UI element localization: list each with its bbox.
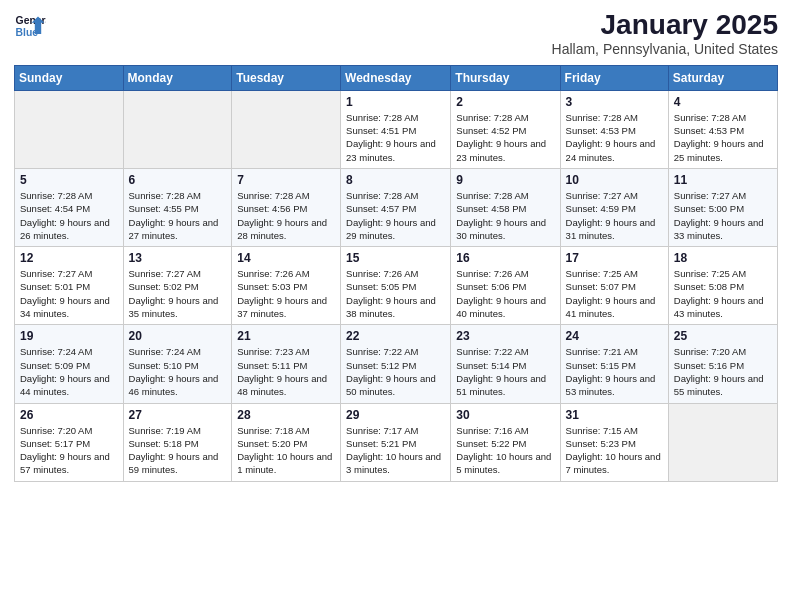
calendar-cell	[232, 90, 341, 168]
weekday-header-thursday: Thursday	[451, 65, 560, 90]
cell-info-text: Sunrise: 7:25 AM Sunset: 5:08 PM Dayligh…	[674, 267, 772, 320]
weekday-header-saturday: Saturday	[668, 65, 777, 90]
cell-day-number: 12	[20, 251, 118, 265]
calendar-cell: 17Sunrise: 7:25 AM Sunset: 5:07 PM Dayli…	[560, 247, 668, 325]
cell-day-number: 28	[237, 408, 335, 422]
weekday-header-tuesday: Tuesday	[232, 65, 341, 90]
cell-day-number: 4	[674, 95, 772, 109]
weekday-header-sunday: Sunday	[15, 65, 124, 90]
calendar-cell: 31Sunrise: 7:15 AM Sunset: 5:23 PM Dayli…	[560, 403, 668, 481]
calendar-cell: 18Sunrise: 7:25 AM Sunset: 5:08 PM Dayli…	[668, 247, 777, 325]
calendar-cell: 19Sunrise: 7:24 AM Sunset: 5:09 PM Dayli…	[15, 325, 124, 403]
cell-info-text: Sunrise: 7:26 AM Sunset: 5:06 PM Dayligh…	[456, 267, 554, 320]
weekday-header-row: SundayMondayTuesdayWednesdayThursdayFrid…	[15, 65, 778, 90]
cell-day-number: 7	[237, 173, 335, 187]
cell-day-number: 15	[346, 251, 445, 265]
cell-info-text: Sunrise: 7:23 AM Sunset: 5:11 PM Dayligh…	[237, 345, 335, 398]
cell-day-number: 19	[20, 329, 118, 343]
calendar-cell: 11Sunrise: 7:27 AM Sunset: 5:00 PM Dayli…	[668, 168, 777, 246]
calendar-cell: 12Sunrise: 7:27 AM Sunset: 5:01 PM Dayli…	[15, 247, 124, 325]
calendar-cell	[123, 90, 232, 168]
calendar-cell: 2Sunrise: 7:28 AM Sunset: 4:52 PM Daylig…	[451, 90, 560, 168]
cell-info-text: Sunrise: 7:20 AM Sunset: 5:17 PM Dayligh…	[20, 424, 118, 477]
logo: General Blue	[14, 10, 46, 42]
calendar-cell: 29Sunrise: 7:17 AM Sunset: 5:21 PM Dayli…	[341, 403, 451, 481]
cell-day-number: 11	[674, 173, 772, 187]
calendar-cell: 15Sunrise: 7:26 AM Sunset: 5:05 PM Dayli…	[341, 247, 451, 325]
cell-day-number: 18	[674, 251, 772, 265]
calendar-cell: 27Sunrise: 7:19 AM Sunset: 5:18 PM Dayli…	[123, 403, 232, 481]
calendar-week-2: 5Sunrise: 7:28 AM Sunset: 4:54 PM Daylig…	[15, 168, 778, 246]
cell-day-number: 1	[346, 95, 445, 109]
cell-info-text: Sunrise: 7:18 AM Sunset: 5:20 PM Dayligh…	[237, 424, 335, 477]
calendar-table: SundayMondayTuesdayWednesdayThursdayFrid…	[14, 65, 778, 482]
cell-info-text: Sunrise: 7:19 AM Sunset: 5:18 PM Dayligh…	[129, 424, 227, 477]
cell-day-number: 22	[346, 329, 445, 343]
cell-info-text: Sunrise: 7:28 AM Sunset: 4:57 PM Dayligh…	[346, 189, 445, 242]
cell-info-text: Sunrise: 7:27 AM Sunset: 5:02 PM Dayligh…	[129, 267, 227, 320]
cell-day-number: 2	[456, 95, 554, 109]
weekday-header-wednesday: Wednesday	[341, 65, 451, 90]
cell-info-text: Sunrise: 7:28 AM Sunset: 4:53 PM Dayligh…	[566, 111, 663, 164]
cell-info-text: Sunrise: 7:25 AM Sunset: 5:07 PM Dayligh…	[566, 267, 663, 320]
cell-info-text: Sunrise: 7:21 AM Sunset: 5:15 PM Dayligh…	[566, 345, 663, 398]
calendar-cell: 26Sunrise: 7:20 AM Sunset: 5:17 PM Dayli…	[15, 403, 124, 481]
cell-day-number: 6	[129, 173, 227, 187]
title-block: January 2025 Hallam, Pennsylvania, Unite…	[552, 10, 778, 57]
calendar-cell: 23Sunrise: 7:22 AM Sunset: 5:14 PM Dayli…	[451, 325, 560, 403]
calendar-week-3: 12Sunrise: 7:27 AM Sunset: 5:01 PM Dayli…	[15, 247, 778, 325]
calendar-cell: 21Sunrise: 7:23 AM Sunset: 5:11 PM Dayli…	[232, 325, 341, 403]
calendar-week-1: 1Sunrise: 7:28 AM Sunset: 4:51 PM Daylig…	[15, 90, 778, 168]
weekday-header-monday: Monday	[123, 65, 232, 90]
cell-info-text: Sunrise: 7:27 AM Sunset: 4:59 PM Dayligh…	[566, 189, 663, 242]
cell-info-text: Sunrise: 7:16 AM Sunset: 5:22 PM Dayligh…	[456, 424, 554, 477]
cell-day-number: 17	[566, 251, 663, 265]
cell-info-text: Sunrise: 7:20 AM Sunset: 5:16 PM Dayligh…	[674, 345, 772, 398]
calendar-cell: 24Sunrise: 7:21 AM Sunset: 5:15 PM Dayli…	[560, 325, 668, 403]
header: General Blue January 2025 Hallam, Pennsy…	[14, 10, 778, 57]
calendar-title: January 2025	[552, 10, 778, 41]
cell-info-text: Sunrise: 7:28 AM Sunset: 4:53 PM Dayligh…	[674, 111, 772, 164]
cell-day-number: 24	[566, 329, 663, 343]
cell-info-text: Sunrise: 7:27 AM Sunset: 5:00 PM Dayligh…	[674, 189, 772, 242]
calendar-body: 1Sunrise: 7:28 AM Sunset: 4:51 PM Daylig…	[15, 90, 778, 481]
cell-day-number: 3	[566, 95, 663, 109]
calendar-week-4: 19Sunrise: 7:24 AM Sunset: 5:09 PM Dayli…	[15, 325, 778, 403]
cell-info-text: Sunrise: 7:24 AM Sunset: 5:10 PM Dayligh…	[129, 345, 227, 398]
calendar-subtitle: Hallam, Pennsylvania, United States	[552, 41, 778, 57]
cell-info-text: Sunrise: 7:28 AM Sunset: 4:54 PM Dayligh…	[20, 189, 118, 242]
cell-info-text: Sunrise: 7:28 AM Sunset: 4:52 PM Dayligh…	[456, 111, 554, 164]
calendar-cell: 10Sunrise: 7:27 AM Sunset: 4:59 PM Dayli…	[560, 168, 668, 246]
cell-day-number: 14	[237, 251, 335, 265]
cell-day-number: 25	[674, 329, 772, 343]
calendar-week-5: 26Sunrise: 7:20 AM Sunset: 5:17 PM Dayli…	[15, 403, 778, 481]
calendar-cell: 16Sunrise: 7:26 AM Sunset: 5:06 PM Dayli…	[451, 247, 560, 325]
cell-info-text: Sunrise: 7:26 AM Sunset: 5:03 PM Dayligh…	[237, 267, 335, 320]
cell-day-number: 5	[20, 173, 118, 187]
cell-day-number: 10	[566, 173, 663, 187]
cell-info-text: Sunrise: 7:28 AM Sunset: 4:56 PM Dayligh…	[237, 189, 335, 242]
cell-info-text: Sunrise: 7:28 AM Sunset: 4:55 PM Dayligh…	[129, 189, 227, 242]
cell-day-number: 30	[456, 408, 554, 422]
calendar-cell: 1Sunrise: 7:28 AM Sunset: 4:51 PM Daylig…	[341, 90, 451, 168]
calendar-cell: 22Sunrise: 7:22 AM Sunset: 5:12 PM Dayli…	[341, 325, 451, 403]
calendar-header: SundayMondayTuesdayWednesdayThursdayFrid…	[15, 65, 778, 90]
cell-day-number: 23	[456, 329, 554, 343]
calendar-cell: 6Sunrise: 7:28 AM Sunset: 4:55 PM Daylig…	[123, 168, 232, 246]
logo-icon: General Blue	[14, 10, 46, 42]
weekday-header-friday: Friday	[560, 65, 668, 90]
cell-day-number: 16	[456, 251, 554, 265]
calendar-cell: 3Sunrise: 7:28 AM Sunset: 4:53 PM Daylig…	[560, 90, 668, 168]
cell-info-text: Sunrise: 7:24 AM Sunset: 5:09 PM Dayligh…	[20, 345, 118, 398]
cell-info-text: Sunrise: 7:22 AM Sunset: 5:12 PM Dayligh…	[346, 345, 445, 398]
cell-day-number: 20	[129, 329, 227, 343]
calendar-cell: 13Sunrise: 7:27 AM Sunset: 5:02 PM Dayli…	[123, 247, 232, 325]
cell-info-text: Sunrise: 7:28 AM Sunset: 4:51 PM Dayligh…	[346, 111, 445, 164]
calendar-cell: 28Sunrise: 7:18 AM Sunset: 5:20 PM Dayli…	[232, 403, 341, 481]
cell-day-number: 9	[456, 173, 554, 187]
calendar-cell: 14Sunrise: 7:26 AM Sunset: 5:03 PM Dayli…	[232, 247, 341, 325]
cell-day-number: 13	[129, 251, 227, 265]
calendar-cell: 4Sunrise: 7:28 AM Sunset: 4:53 PM Daylig…	[668, 90, 777, 168]
calendar-cell	[668, 403, 777, 481]
cell-day-number: 27	[129, 408, 227, 422]
